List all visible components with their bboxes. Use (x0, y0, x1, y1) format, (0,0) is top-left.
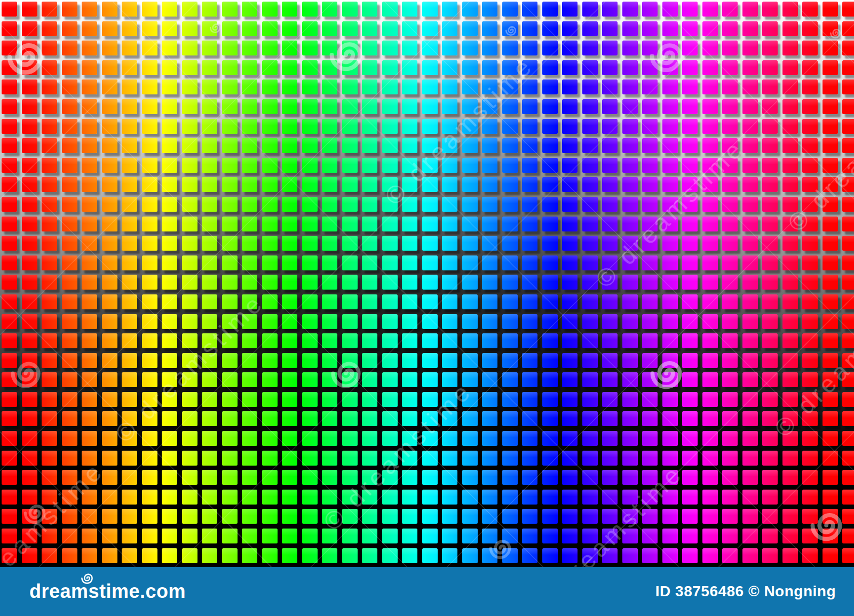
mosaic-tile (182, 470, 197, 485)
mosaic-tile (282, 314, 297, 329)
mosaic-tile (622, 138, 638, 153)
mosaic-tile (522, 431, 537, 446)
mosaic-tile (802, 529, 818, 543)
mosaic-tile (82, 41, 97, 55)
mosaic-tile (422, 490, 438, 505)
mosaic-tile (142, 99, 157, 114)
mosaic-tile (122, 99, 137, 114)
mosaic-tile (22, 2, 37, 17)
mosaic-tile (122, 431, 137, 446)
mosaic-tile (602, 217, 618, 231)
mosaic-tile (2, 490, 17, 505)
mosaic-tile (642, 509, 658, 524)
mosaic-tile (562, 79, 578, 94)
mosaic-tile (682, 470, 698, 485)
mosaic-tile (62, 79, 77, 94)
mosaic-tile (682, 255, 698, 270)
mosaic-tile (82, 60, 97, 75)
mosaic-tile (782, 217, 798, 231)
mosaic-tile (202, 529, 217, 543)
mosaic-tile (422, 333, 438, 348)
mosaic-tile (602, 2, 618, 17)
mosaic-tile (42, 236, 57, 251)
mosaic-tile (42, 158, 57, 173)
mosaic-tile (342, 314, 358, 329)
mosaic-tile (242, 509, 257, 524)
mosaic-tile (462, 2, 478, 17)
mosaic-tile (842, 314, 854, 329)
mosaic-tile (42, 138, 57, 153)
mosaic-tile (462, 99, 478, 114)
mosaic-tile (782, 509, 798, 524)
mosaic-tile (362, 79, 377, 94)
mosaic-tile (82, 21, 97, 36)
mosaic-tile (62, 41, 77, 55)
mosaic-tile (662, 138, 678, 153)
mosaic-tile (682, 99, 698, 114)
mosaic-tile (402, 392, 417, 407)
mosaic-tile (342, 138, 358, 153)
mosaic-tile (842, 411, 854, 426)
mosaic-tile (762, 158, 778, 173)
mosaic-tile (602, 294, 618, 309)
mosaic-tile (602, 119, 618, 134)
mosaic-tile (142, 197, 157, 212)
mosaic-tile (382, 372, 398, 387)
mosaic-tile (542, 197, 558, 212)
mosaic-tile (22, 99, 37, 114)
mosaic-tile (522, 21, 537, 36)
mosaic-tile (302, 275, 318, 290)
mosaic-tile (282, 119, 297, 134)
mosaic-tile (262, 60, 278, 75)
mosaic-tile (162, 470, 177, 485)
mosaic-tile (522, 119, 537, 134)
mosaic-tile (222, 509, 238, 524)
mosaic-tile (422, 138, 438, 153)
mosaic-tile (482, 294, 497, 309)
mosaic-tile (22, 275, 37, 290)
mosaic-tile (502, 2, 518, 17)
mosaic-tile (402, 353, 417, 368)
mosaic-tile (362, 255, 377, 270)
mosaic-tile (522, 158, 537, 173)
mosaic-tile (222, 470, 238, 485)
mosaic-tile (602, 79, 618, 94)
mosaic-tile (102, 60, 117, 75)
mosaic-tile (842, 21, 854, 36)
mosaic-tile (622, 41, 638, 55)
mosaic-tile (322, 411, 337, 426)
mosaic-tile (282, 138, 297, 153)
mosaic-tile (842, 490, 854, 505)
mosaic-tile (482, 79, 497, 94)
mosaic-tile (562, 236, 578, 251)
mosaic-tile (102, 529, 117, 543)
mosaic-tile (642, 392, 658, 407)
mosaic-tile (202, 138, 217, 153)
mosaic-tile (562, 275, 578, 290)
mosaic-tile (502, 294, 518, 309)
mosaic-tile (162, 99, 177, 114)
mosaic-tile (2, 431, 17, 446)
mosaic-tile (362, 411, 377, 426)
mosaic-tile (182, 41, 197, 55)
mosaic-tile (722, 21, 738, 36)
mosaic-tile (642, 99, 658, 114)
mosaic-tile (782, 255, 798, 270)
mosaic-tile (742, 509, 758, 524)
mosaic-tile (282, 158, 297, 173)
mosaic-tile (322, 21, 337, 36)
mosaic-tile (282, 294, 297, 309)
mosaic-tile (202, 451, 217, 466)
mosaic-tile (182, 314, 197, 329)
mosaic-tile (542, 294, 558, 309)
mosaic-tile (482, 314, 497, 329)
mosaic-tile (362, 431, 377, 446)
mosaic-tile (22, 236, 37, 251)
mosaic-tile (502, 99, 518, 114)
mosaic-tile (382, 392, 398, 407)
mosaic-tile (102, 138, 117, 153)
mosaic-tile (502, 275, 518, 290)
mosaic-tile (482, 158, 497, 173)
mosaic-tile (742, 197, 758, 212)
mosaic-tile (142, 236, 157, 251)
